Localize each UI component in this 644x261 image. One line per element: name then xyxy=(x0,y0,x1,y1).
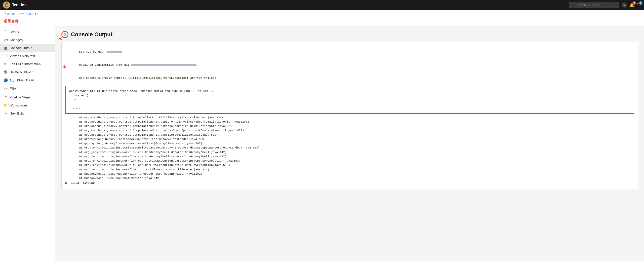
stack-line-11: at org.jenkinsci.plugins.workflow.cps.Cp… xyxy=(65,163,634,167)
edit-build-icon: ✏ xyxy=(4,62,8,66)
stack-line-5: at groovy.lang.GroovyClassLoader.doParse… xyxy=(65,137,634,141)
jenkins-avatar: 🤵 xyxy=(3,2,10,9)
workspaces-icon: 📁 xyxy=(4,103,8,107)
error-line-2: stages { xyxy=(69,93,630,98)
help-button[interactable]: ? xyxy=(622,3,627,8)
main-content: ✕ Console Output Started by user Obtaine… xyxy=(55,26,644,261)
page-title: Console Output xyxy=(71,31,112,38)
sidebar-item-console-output[interactable]: ▣ Console Output xyxy=(0,44,55,52)
sidebar-item-replay[interactable]: ↩ 回放 xyxy=(0,85,55,93)
sidebar-label-edit-build-info: Edit Build Information xyxy=(10,62,41,66)
header-right: 🔍 ? 🔔 2 🛡 3 xyxy=(569,2,641,8)
console-line-started: Started by user xyxy=(65,45,634,58)
error-status-icon: ✕ xyxy=(61,31,68,38)
breadcrumb-section: Dashboard > ****nai > #1 项目名称 xyxy=(0,10,644,26)
search-input[interactable] xyxy=(569,2,619,8)
sidebar-label-changes: Changes xyxy=(10,38,23,42)
notification-badge: 2 xyxy=(632,1,636,5)
changes-icon: </> xyxy=(4,38,8,42)
sidebar-label-view-plain-text: View as plain text xyxy=(10,54,35,58)
stack-line-1: at org.codehaus.groovy.control.Compilati… xyxy=(65,120,634,124)
stack-line-14: at hudson.model.Executor.run(Executor.ja… xyxy=(65,176,634,180)
sidebar-item-changes[interactable]: </> Changes ➤ xyxy=(0,36,55,44)
stack-line-3: at org.codehaus.groovy.control.Compilati… xyxy=(65,128,634,132)
plain-text-icon: 📄 xyxy=(4,54,8,58)
sidebar-label-pipeline-steps: Pipeline Steps xyxy=(10,95,30,99)
error-line-blank xyxy=(69,102,630,106)
stacktrace-container: at org.codehaus.groovy.control.ErrorColl… xyxy=(65,115,634,180)
sidebar-item-blue-ocean[interactable]: 🔵 打开 Blue Ocean xyxy=(0,76,55,85)
console-line-error-header: org.codehaus.groovy.control.MultipleComp… xyxy=(65,71,634,85)
sidebar-item-status[interactable]: ☰ Status xyxy=(0,28,55,36)
console-git-blur xyxy=(131,64,196,66)
pipeline-steps-icon: ≡ xyxy=(4,95,8,99)
breadcrumb: Dashboard > ****nai > #1 xyxy=(0,10,644,18)
sidebar-item-pipeline-steps[interactable]: ≡ Pipeline Steps xyxy=(0,93,55,101)
jenkins-title: Jenkins xyxy=(12,3,27,7)
stack-line-13: at hudson.model.ResourceController.execu… xyxy=(65,172,634,176)
console-started-text: Started by user xyxy=(79,50,107,53)
error-line-1: WorkflowScript: 6: Duplicate stage name:… xyxy=(69,89,630,93)
stack-line-7: at org.jenkinsci.plugins.scriptsecurity.… xyxy=(65,145,634,150)
error-line-3: ^ xyxy=(69,98,630,102)
stack-line-2: at org.codehaus.groovy.control.Compilati… xyxy=(65,124,634,128)
breadcrumb-project[interactable]: ****nai xyxy=(22,12,31,16)
sidebar-item-workspaces[interactable]: 📁 Workspaces xyxy=(0,101,55,109)
breadcrumb-sep2: > xyxy=(32,12,33,16)
sidebar-item-delete-build[interactable]: 🗑 Delete build '#1' xyxy=(0,68,55,76)
sidebar-item-edit-build-info[interactable]: ✏ Edit Build Information ➤ xyxy=(0,60,55,68)
sidebar-label-workspaces: Workspaces xyxy=(10,103,27,107)
blue-ocean-icon: 🔵 xyxy=(4,78,8,82)
sidebar: ☰ Status </> Changes ➤ ▣ Console Output … xyxy=(0,26,55,261)
stack-line-8: at org.jenkinsci.plugins.workflow.cps.Cp… xyxy=(65,150,634,154)
next-build-icon: → xyxy=(4,111,8,115)
stack-line-12: at org.jenkinsci.plugins.workflow.job.Wo… xyxy=(65,167,634,172)
stack-line-0: at org.codehaus.groovy.control.ErrorColl… xyxy=(65,115,634,120)
sidebar-label-replay: 回放 xyxy=(10,87,16,91)
breadcrumb-sep1: > xyxy=(19,12,21,16)
breadcrumb-dashboard[interactable]: Dashboard xyxy=(4,12,18,16)
sidebar-label-blue-ocean: 打开 Blue Ocean xyxy=(10,78,34,83)
header: 🤵 Jenkins 🔍 ? 🔔 2 🛡 3 xyxy=(0,0,644,10)
breadcrumb-build: #1 xyxy=(34,12,38,16)
page-title-row: ✕ Console Output xyxy=(61,31,638,38)
console-compilation-error: org.codehaus.groovy.control.MultipleComp… xyxy=(79,76,216,80)
jenkins-logo: 🤵 Jenkins xyxy=(3,2,27,9)
stack-line-10: at org.jenkinsci.plugins.workflow.cps.Cp… xyxy=(65,159,634,163)
stack-line-9: at org.jenkinsci.plugins.workflow.cps.Cp… xyxy=(65,154,634,159)
header-left: 🤵 Jenkins xyxy=(3,2,27,9)
replay-icon: ↩ xyxy=(4,87,8,91)
console-finished-line: Finished: FAILURE xyxy=(65,181,634,185)
stack-line-6: at groovy.lang.GroovyClassLoader.parseCl… xyxy=(65,141,634,145)
status-icon: ☰ xyxy=(4,30,8,34)
console-user-blur xyxy=(107,51,122,53)
shield-badge: 3 xyxy=(639,1,642,5)
delete-build-icon: 🗑 xyxy=(4,70,8,74)
console-output-box: Started by user Obtained Jenkinsfile fro… xyxy=(61,42,638,189)
sidebar-item-view-plain-text[interactable]: 📄 View as plain text xyxy=(0,52,55,60)
error-line-count: 1 error xyxy=(69,106,630,110)
sidebar-label-console-output: Console Output xyxy=(10,46,32,50)
stack-line-4: at org.codehaus.groovy.control.Compilati… xyxy=(65,133,634,137)
search-wrapper: 🔍 xyxy=(569,2,619,8)
error-highlight-box: WorkflowScript: 6: Duplicate stage name:… xyxy=(65,86,634,114)
project-name: 项目名称 xyxy=(0,18,644,26)
sidebar-item-next-build[interactable]: → Next Build xyxy=(0,109,55,117)
sidebar-label-next-build: Next Build xyxy=(10,111,24,115)
sidebar-label-delete-build: Delete build '#1' xyxy=(10,70,33,74)
console-line-obtained: Obtained Jenkinsfile from git xyxy=(65,58,634,71)
main-layout: ☰ Status </> Changes ➤ ▣ Console Output … xyxy=(0,26,644,261)
sidebar-label-status: Status xyxy=(10,30,19,34)
notification-bell[interactable]: 🔔 2 xyxy=(629,3,634,8)
console-output-icon: ▣ xyxy=(4,46,8,50)
console-obtained-text: Obtained Jenkinsfile from git xyxy=(79,63,131,66)
shield-icon-btn[interactable]: 🛡 3 xyxy=(637,3,641,7)
